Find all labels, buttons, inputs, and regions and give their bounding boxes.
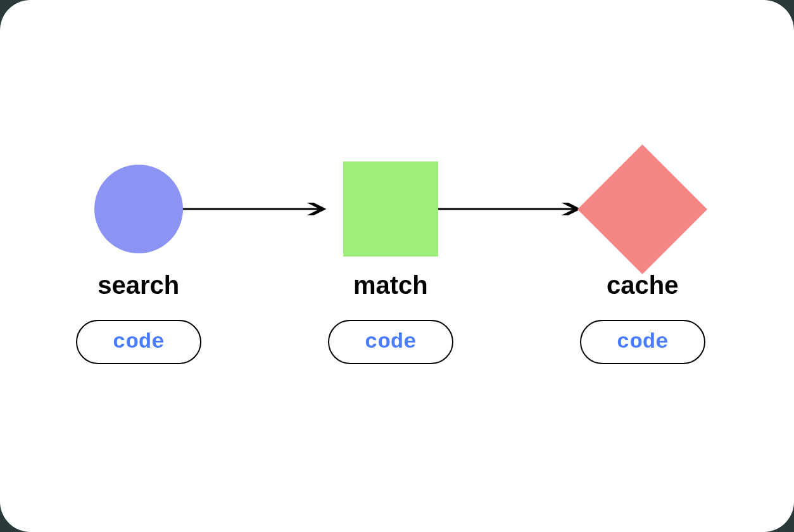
node-match: match code: [328, 158, 453, 364]
node-label-match: match: [353, 271, 428, 300]
code-button-search[interactable]: code: [76, 320, 201, 364]
node-cache: cache code: [580, 158, 705, 364]
arrow-search-to-match: [180, 203, 331, 215]
node-label-cache: cache: [607, 271, 678, 300]
code-button-cache[interactable]: code: [580, 320, 705, 364]
diagram-canvas: search code match code cache code: [0, 0, 794, 532]
arrow-match-to-cache: [434, 203, 585, 215]
node-label-search: search: [98, 271, 179, 300]
code-button-match[interactable]: code: [328, 320, 453, 364]
shape-diamond: [596, 158, 688, 260]
diamond-icon: [577, 144, 707, 274]
node-search: search code: [76, 158, 201, 364]
square-icon: [343, 162, 438, 256]
shape-circle: [94, 158, 183, 260]
diagram: search code match code cache code: [0, 0, 794, 532]
circle-icon: [94, 165, 183, 253]
shape-square: [343, 158, 438, 260]
